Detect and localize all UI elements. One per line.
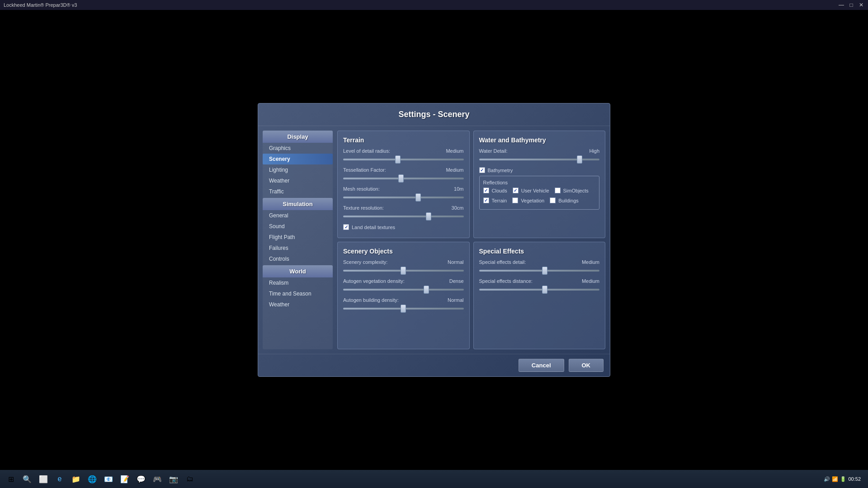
tess-label: Tessellation Factor: xyxy=(343,167,441,173)
taskbar-search[interactable]: 🔍 xyxy=(20,472,34,486)
fx-distance-label: Special effects distance: xyxy=(479,278,577,284)
sidebar-item-failures[interactable]: Failures xyxy=(263,243,333,253)
land-detail-checkbox[interactable] xyxy=(343,224,349,230)
scenery-objects-panel: Scenery Objects Scenery complexity: Norm… xyxy=(337,242,470,349)
taskbar-clock: 00:52 xyxy=(848,476,864,482)
title-bar: Lockheed Martin® Prepar3D® v3 — □ ✕ xyxy=(0,0,868,10)
water-panel: Water and Bathymetry Water Detail: High … xyxy=(473,131,606,238)
autogen-veg-slider-row xyxy=(343,285,464,292)
tray-icon-2[interactable]: 📶 xyxy=(832,476,838,482)
terrain-panel-title: Terrain xyxy=(343,136,464,144)
fx-distance-slider[interactable] xyxy=(479,289,600,291)
bathymetry-checkbox[interactable] xyxy=(479,167,485,173)
dialog-overlay: Settings - Scenery Display Graphics Scen… xyxy=(0,10,868,470)
tray-icon-1[interactable]: 🔊 xyxy=(824,476,830,482)
close-button[interactable]: ✕ xyxy=(858,2,864,8)
user-vehicle-checkbox[interactable] xyxy=(513,188,519,193)
sidebar-item-controls[interactable]: Controls xyxy=(263,253,333,264)
autogen-veg-header-row: Autogen vegetation density: Dense xyxy=(343,278,464,284)
complexity-slider-row xyxy=(343,266,464,273)
taskbar: ⊞ 🔍 ⬜ e 📁 🌐 📧 📝 💬 🎮 📷 🗂 🔊 📶 🔋 00:52 xyxy=(0,470,868,488)
user-vehicle-label: User Vehicle xyxy=(521,188,549,193)
autogen-veg-slider[interactable] xyxy=(343,289,464,291)
tray-icon-3[interactable]: 🔋 xyxy=(840,476,846,482)
terrain-checkbox[interactable] xyxy=(483,197,489,203)
terrain-check-row: Terrain xyxy=(483,197,507,203)
sidebar-item-scenery[interactable]: Scenery xyxy=(263,154,333,164)
taskbar-app7[interactable]: 🗂 xyxy=(183,472,197,486)
fx-detail-slider-row xyxy=(479,266,600,273)
lod-value: Medium xyxy=(441,148,464,154)
sidebar-item-graphics[interactable]: Graphics xyxy=(263,143,333,154)
maximize-button[interactable]: □ xyxy=(848,2,854,8)
cancel-button[interactable]: Cancel xyxy=(519,359,564,372)
bathymetry-label: Bathymetry xyxy=(488,168,513,173)
tess-slider[interactable] xyxy=(343,178,464,179)
fx-distance-value: Medium xyxy=(577,278,599,284)
taskbar-task-view[interactable]: ⬜ xyxy=(36,472,51,486)
taskbar-edge[interactable]: e xyxy=(52,472,67,486)
taskbar-app4[interactable]: 💬 xyxy=(134,472,148,486)
bathymetry-row: Bathymetry xyxy=(479,167,600,173)
clock-time: 00:52 xyxy=(848,476,861,482)
sim-objects-checkbox[interactable] xyxy=(555,188,561,193)
sidebar-header-display: Display xyxy=(263,131,333,143)
sidebar-item-realism[interactable]: Realism xyxy=(263,277,333,288)
complexity-slider[interactable] xyxy=(343,270,464,272)
sidebar-header-world: World xyxy=(263,265,333,277)
vegetation-checkbox[interactable] xyxy=(512,197,518,203)
reflections-group: Reflections Clouds User Vehicle xyxy=(479,176,600,210)
clouds-label: Clouds xyxy=(492,188,507,193)
sidebar-item-general[interactable]: General xyxy=(263,210,333,221)
taskbar-app3[interactable]: 📝 xyxy=(118,472,132,486)
terrain-panel: Terrain Level of detail radius: Medium T… xyxy=(337,131,470,238)
ok-button[interactable]: OK xyxy=(569,359,604,372)
buildings-checkbox[interactable] xyxy=(550,197,556,203)
lod-slider-row xyxy=(343,155,464,162)
taskbar-app2[interactable]: 📧 xyxy=(101,472,116,486)
complexity-label: Scenery complexity: xyxy=(343,259,441,265)
autogen-bld-slider[interactable] xyxy=(343,308,464,310)
sidebar-item-lighting[interactable]: Lighting xyxy=(263,164,333,175)
texture-label: Texture resolution: xyxy=(343,205,441,211)
sidebar-item-weather-world[interactable]: Weather xyxy=(263,299,333,310)
fx-detail-header-row: Special effects detail: Medium xyxy=(479,259,600,265)
clouds-checkbox[interactable] xyxy=(483,188,489,193)
settings-dialog: Settings - Scenery Display Graphics Scen… xyxy=(258,103,610,377)
sidebar-item-sound[interactable]: Sound xyxy=(263,221,333,232)
reflections-row-1: Clouds User Vehicle SimObjects xyxy=(483,188,596,196)
user-vehicle-check-row: User Vehicle xyxy=(513,188,549,193)
sidebar-item-time-season[interactable]: Time and Season xyxy=(263,288,333,299)
taskbar-start[interactable]: ⊞ xyxy=(4,472,18,486)
sidebar-item-traffic[interactable]: Traffic xyxy=(263,186,333,197)
sidebar-item-weather-display[interactable]: Weather xyxy=(263,175,333,186)
tess-slider-row xyxy=(343,174,464,181)
water-detail-label: Water Detail: xyxy=(479,148,577,154)
dialog-body: Display Graphics Scenery Lighting Weathe… xyxy=(258,126,610,354)
taskbar-files[interactable]: 📁 xyxy=(69,472,83,486)
dialog-title: Settings - Scenery xyxy=(258,103,610,126)
fx-distance-slider-row xyxy=(479,285,600,292)
taskbar-tray: 🔊 📶 🔋 00:52 xyxy=(824,476,864,482)
fx-detail-slider[interactable] xyxy=(479,270,600,272)
water-detail-slider[interactable] xyxy=(479,159,600,160)
minimize-button[interactable]: — xyxy=(838,2,844,8)
special-effects-panel: Special Effects Special effects detail: … xyxy=(473,242,606,349)
water-panel-title: Water and Bathymetry xyxy=(479,136,600,144)
sidebar-section-simulation: Simulation General Sound Flight Path Fai… xyxy=(263,198,333,264)
texture-slider[interactable] xyxy=(343,216,464,217)
special-effects-title: Special Effects xyxy=(479,248,600,255)
taskbar-app1[interactable]: 🌐 xyxy=(85,472,99,486)
sidebar: Display Graphics Scenery Lighting Weathe… xyxy=(263,131,333,349)
sidebar-item-flight-path[interactable]: Flight Path xyxy=(263,232,333,243)
main-content: Terrain Level of detail radius: Medium T… xyxy=(337,131,605,349)
autogen-bld-value: Normal xyxy=(441,297,464,303)
taskbar-app5[interactable]: 🎮 xyxy=(150,472,165,486)
title-bar-controls: — □ ✕ xyxy=(838,2,864,8)
autogen-veg-label: Autogen vegetation density: xyxy=(343,278,441,284)
taskbar-app6[interactable]: 📷 xyxy=(166,472,181,486)
texture-header-row: Texture resolution: 30cm xyxy=(343,205,464,211)
lod-slider[interactable] xyxy=(343,159,464,160)
mesh-slider[interactable] xyxy=(343,197,464,198)
water-detail-value: High xyxy=(577,148,599,154)
